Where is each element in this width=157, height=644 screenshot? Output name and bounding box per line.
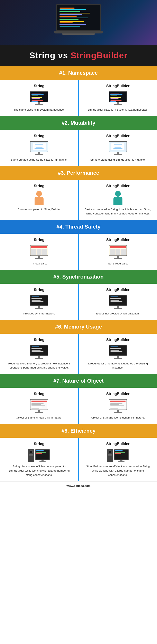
section-title-memory: #6. Memory Usage	[4, 324, 153, 330]
cell-title-nature-0: String	[34, 392, 44, 396]
cell-title-sync-0: String	[34, 288, 44, 292]
cell-icon-efficiency-0	[28, 449, 50, 462]
cell-icon-memory-1	[108, 345, 128, 359]
comparison-row-memory: StringRequires more memory to create a n…	[0, 334, 157, 374]
comparison-row-performance: StringSlow as compared to StringBuilder.…	[0, 180, 157, 220]
section-header-namespace: #1. Namespace	[0, 66, 157, 80]
cell-namespace-right: StringBuilderStringBuilder class is in S…	[79, 80, 157, 116]
comparison-row-mutability: StringString created using String class …	[0, 130, 157, 166]
cell-title-thread-1: StringBuilder	[106, 238, 130, 242]
cell-icon-nature-0	[29, 399, 49, 413]
cell-icon-namespace-1	[108, 91, 128, 105]
cell-title-namespace-1: StringBuilder	[106, 84, 130, 88]
cell-title-mutability-0: String	[34, 134, 44, 138]
cell-namespace-left: StringThe string class is in System name…	[0, 80, 79, 116]
cell-icon-thread-0	[29, 245, 49, 259]
section-header-nature: #7. Nature of Object	[0, 374, 157, 388]
cell-icon-thread-1	[108, 245, 128, 259]
footer-url: www.educba.com	[66, 484, 91, 488]
cell-sync-left: StringProvides synchronization.	[0, 284, 79, 320]
laptop-screen	[56, 4, 101, 30]
cell-text-sync-0: Provides synchronization.	[23, 312, 55, 316]
section-header-performance: #3. Performance	[0, 166, 157, 180]
cell-title-memory-1: StringBuilder	[106, 338, 130, 342]
cell-text-namespace-1: StringBuilder class is in System. Text n…	[87, 108, 148, 112]
page-title: String vs StringBuilder	[4, 50, 153, 60]
cell-icon-nature-1	[108, 399, 128, 413]
cell-text-efficiency-0: String class is less efficient as compar…	[5, 464, 73, 477]
cell-icon-mutability-0	[29, 141, 49, 155]
section-header-memory: #6. Memory Usage	[0, 320, 157, 334]
cell-sync-right: StringBuilderIt does not provide synchro…	[79, 284, 157, 320]
cell-text-memory-0: Requires more memory to create a new ins…	[5, 362, 73, 370]
cell-title-thread-0: String	[34, 238, 44, 242]
cell-icon-memory-0	[29, 345, 49, 359]
cell-memory-left: StringRequires more memory to create a n…	[0, 334, 79, 374]
hero-laptop	[46, 4, 111, 41]
cell-title-efficiency-0: String	[34, 442, 44, 446]
cell-title-performance-1: StringBuilder	[106, 184, 130, 188]
comparison-row-thread: StringThread-safe.StringBuilderNot threa…	[0, 234, 157, 270]
comparison-row-efficiency: StringString class is less efficient as …	[0, 438, 157, 481]
cell-text-mutability-0: String created using String class is imm…	[11, 158, 67, 162]
cell-efficiency-left: StringString class is less efficient as …	[0, 438, 79, 481]
cell-mutability-left: StringString created using String class …	[0, 130, 79, 166]
comparison-row-sync: StringProvides synchronization.StringBui…	[0, 284, 157, 320]
sections-container: #1. NamespaceStringThe string class is i…	[0, 66, 157, 481]
cell-efficiency-right: StringBuilderStringBuilder is more effic…	[79, 438, 157, 481]
cell-icon-performance-0	[35, 191, 44, 205]
cell-title-memory-0: String	[34, 338, 44, 342]
cell-thread-right: StringBuilderNot thread-safe.	[79, 234, 157, 270]
comparison-row-nature: StringObject of String is read-only in n…	[0, 388, 157, 424]
cell-icon-efficiency-1	[107, 449, 129, 462]
cell-text-nature-0: Object of String is read-only in nature.	[16, 416, 62, 420]
cell-title-sync-1: StringBuilder	[106, 288, 130, 292]
cell-thread-left: StringThread-safe.	[0, 234, 79, 270]
cell-icon-namespace-0	[29, 91, 49, 105]
section-title-performance: #3. Performance	[4, 170, 153, 176]
cell-performance-right: StringBuilderFast as compared to String.…	[79, 180, 157, 220]
cell-icon-sync-0	[29, 295, 49, 309]
cell-text-nature-1: Object of StringBuilder is dynamic in na…	[91, 416, 145, 420]
section-title-nature: #7. Nature of Object	[4, 378, 153, 384]
section-header-mutability: #2. Mutability	[0, 116, 157, 130]
cell-nature-left: StringObject of String is read-only in n…	[0, 388, 79, 424]
cell-text-mutability-1: String created using StringBuilder is mu…	[90, 158, 145, 162]
section-title-mutability: #2. Mutability	[4, 120, 153, 126]
cell-text-efficiency-1: StringBuilder is more efficient as compa…	[84, 464, 152, 477]
cell-title-nature-1: StringBuilder	[106, 392, 130, 396]
cell-nature-right: StringBuilderObject of StringBuilder is …	[79, 388, 157, 424]
cell-text-thread-0: Thread-safe.	[31, 262, 47, 266]
footer: www.educba.com	[0, 481, 157, 490]
cell-icon-performance-1	[113, 191, 122, 205]
cell-title-performance-0: String	[34, 184, 44, 188]
cell-memory-right: StringBuilderIt requires less memory as …	[79, 334, 157, 374]
section-title-efficiency: #8. Efficiency	[4, 428, 153, 434]
cell-text-sync-1: It does not provide synchronization.	[96, 312, 140, 316]
cell-text-performance-0: Slow as compared to StringBuilder.	[18, 207, 61, 212]
cell-text-memory-1: It requires less memory as it updates th…	[84, 362, 152, 370]
cell-text-performance-1: Fast as compared to String. Like it is f…	[84, 207, 152, 216]
cell-text-thread-1: Not thread-safe.	[108, 262, 128, 266]
section-title-sync: #5. Synchronization	[4, 274, 153, 280]
cell-title-mutability-1: StringBuilder	[106, 134, 130, 138]
comparison-row-namespace: StringThe string class is in System name…	[0, 80, 157, 116]
section-header-sync: #5. Synchronization	[0, 270, 157, 284]
cell-mutability-right: StringBuilderString created using String…	[79, 130, 157, 166]
cell-icon-mutability-1	[108, 141, 128, 155]
cell-title-namespace-0: String	[34, 84, 44, 88]
section-title-namespace: #1. Namespace	[4, 70, 153, 76]
section-header-thread: #4. Thread Safety	[0, 220, 157, 234]
cell-title-efficiency-1: StringBuilder	[106, 442, 130, 446]
hero-section	[0, 0, 157, 45]
cell-performance-left: StringSlow as compared to StringBuilder.	[0, 180, 79, 220]
section-title-thread: #4. Thread Safety	[4, 224, 153, 230]
section-header-efficiency: #8. Efficiency	[0, 424, 157, 438]
cell-icon-sync-1	[108, 295, 128, 309]
title-section: String vs StringBuilder	[0, 45, 157, 66]
cell-text-namespace-0: The string class is in System namespace.	[14, 108, 64, 112]
